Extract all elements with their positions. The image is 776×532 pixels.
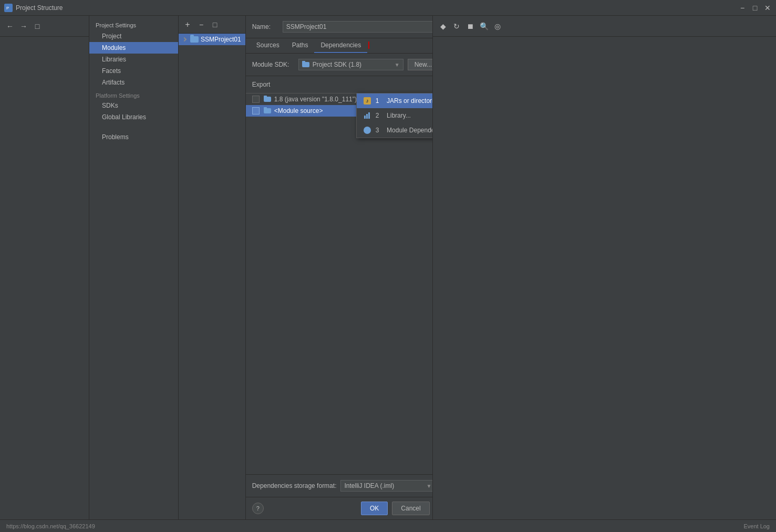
ide-toolbar: ← → □ [0, 16, 89, 37]
module-tree-toolbar: + − □ [179, 16, 245, 34]
footer: ? OK Cancel Apply [246, 497, 432, 519]
right-panel: Name: Sources Paths Dependencies [246, 16, 432, 519]
deps-checkbox-jdk[interactable] [252, 96, 260, 103]
ide-right-toolbar: ◆ ↻ ⏹ 🔍 ◎ [433, 16, 776, 37]
dependencies-table: Export Scope + J [246, 76, 432, 474]
ide-toolbar-icon1[interactable]: ◆ [437, 20, 449, 32]
sidebar-item-global-libraries[interactable]: Global Libraries [89, 111, 178, 123]
edit-dependency-area: ✎ [246, 458, 432, 474]
name-row: Name: [246, 16, 432, 38]
deps-list: 1.8 (java version "1.8.0_111") <Module s… [246, 93, 432, 458]
tabs-row: Sources Paths Dependencies [246, 38, 432, 54]
module-source-folder-icon [264, 108, 271, 113]
add-module-button[interactable]: + [182, 19, 193, 30]
cancel-button[interactable]: Cancel [392, 502, 429, 515]
ide-toolbar-icon4[interactable]: ◎ [492, 20, 503, 32]
ide-toolbar-icon2[interactable]: ↻ [451, 20, 462, 32]
project-settings-header: Project Settings [89, 20, 178, 30]
dropdown-item-module-dep[interactable]: 3 Module Dependency... [357, 123, 432, 138]
event-log[interactable]: Event Log [743, 523, 770, 529]
svg-text:P: P [6, 6, 9, 11]
name-input[interactable] [283, 21, 432, 33]
copy-module-button[interactable]: □ [209, 19, 221, 30]
maximize-button[interactable]: □ [751, 4, 759, 12]
deps-checkbox-module-source[interactable] [252, 107, 260, 114]
tab-paths[interactable]: Paths [286, 38, 315, 53]
sidebar-item-artifacts[interactable]: Artifacts [89, 77, 178, 88]
name-label: Name: [252, 23, 278, 30]
ide-toolbar-search[interactable]: 🔍 [478, 20, 490, 32]
expand-icon [182, 37, 187, 41]
copy-button[interactable]: □ [32, 20, 43, 32]
jar-icon: J [363, 97, 371, 105]
new-sdk-button[interactable]: New... [408, 59, 432, 70]
help-button[interactable]: ? [252, 503, 264, 514]
jdk-folder-icon [264, 97, 271, 102]
remove-module-button[interactable]: − [195, 19, 207, 30]
window-title: Project Structure [16, 4, 63, 12]
format-row: Dependencies storage format: IntelliJ ID… [246, 474, 432, 497]
ide-right-panel: ◆ ↻ ⏹ 🔍 ◎ [432, 16, 776, 519]
sdk-label: Module SDK: [252, 61, 294, 68]
module-dep-icon [363, 126, 371, 134]
title-bar: P Project Structure − □ ✕ [0, 0, 776, 16]
minimize-button[interactable]: − [738, 4, 747, 12]
ok-button[interactable]: OK [361, 502, 388, 515]
platform-settings-header: Platform Settings [89, 88, 178, 100]
sidebar-item-libraries[interactable]: Libraries [89, 54, 178, 65]
ide-toolbar-icon3[interactable]: ⏹ [464, 20, 476, 32]
app-icon: P [4, 4, 13, 12]
deps-header: Export Scope + J [246, 76, 432, 93]
scope-header: Scope [409, 81, 432, 88]
format-value: IntelliJ IDEA (.iml) [344, 482, 423, 489]
dropdown-item-module-label: 3 [376, 127, 382, 134]
cursor-indicator [368, 41, 369, 49]
module-name: SSMProject01 [201, 36, 241, 43]
sidebar-item-sdks[interactable]: SDKs [89, 100, 178, 111]
forward-button[interactable]: → [18, 20, 29, 32]
format-dropdown-arrow: ▼ [427, 483, 432, 489]
tab-dependencies[interactable]: Dependencies [314, 38, 367, 53]
module-folder-icon [190, 36, 199, 43]
library-icon [363, 111, 371, 120]
module-tree-item[interactable]: SSMProject01 [179, 34, 245, 45]
status-url: https://blog.csdn.net/qq_36622149 [6, 523, 95, 529]
sidebar-item-problems[interactable]: Problems [89, 131, 178, 143]
sdk-dropdown-arrow: ▼ [395, 62, 400, 68]
dropdown-item-jars-label: 1 [376, 97, 382, 105]
export-header: Export [252, 81, 284, 88]
sdk-folder-icon [302, 62, 309, 67]
sidebar-nav: Project Settings Project Modules Librari… [89, 16, 179, 519]
format-dropdown[interactable]: IntelliJ IDEA (.iml) ▼ [340, 480, 432, 492]
back-button[interactable]: ← [4, 20, 16, 32]
add-dropdown: J 1 JARs or directories... [356, 93, 432, 138]
module-tree: + − □ SSMProject01 [179, 16, 246, 519]
sdk-row: Module SDK: Project SDK (1.8) ▼ New... E… [246, 54, 432, 76]
sidebar-item-facets[interactable]: Facets [89, 65, 178, 77]
close-button[interactable]: ✕ [763, 4, 772, 12]
dropdown-item-library[interactable]: 2 Library... [357, 108, 432, 123]
format-label: Dependencies storage format: [252, 482, 337, 489]
tab-sources[interactable]: Sources [250, 38, 286, 53]
dropdown-item-lib-label: 2 [376, 112, 382, 119]
dropdown-item-jars[interactable]: J 1 JARs or directories... [357, 93, 432, 108]
sdk-dropdown[interactable]: Project SDK (1.8) ▼ [298, 59, 403, 70]
sdk-value: Project SDK (1.8) [313, 61, 391, 68]
sidebar-item-modules[interactable]: Modules [89, 42, 178, 54]
sidebar-item-project[interactable]: Project [89, 30, 178, 42]
status-bar: https://blog.csdn.net/qq_36622149 Event … [0, 519, 776, 532]
